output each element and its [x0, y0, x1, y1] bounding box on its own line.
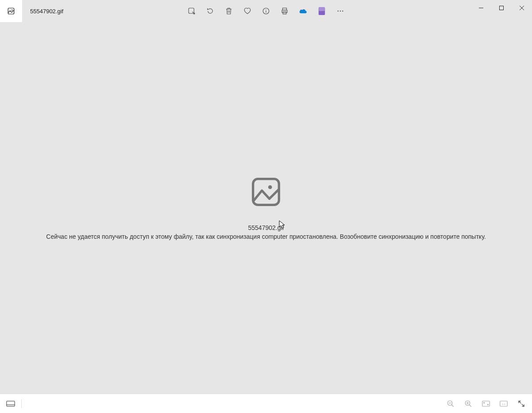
toolbar	[187, 7, 345, 15]
error-message: Сейчас не удается получить доступ к этом…	[46, 233, 486, 240]
close-button[interactable]	[512, 0, 532, 16]
fit-button[interactable]	[482, 399, 490, 408]
more-button[interactable]	[336, 7, 345, 15]
maximize-icon	[499, 5, 504, 11]
zoom-in-icon	[464, 400, 472, 408]
fullscreen-icon	[517, 400, 525, 408]
bottom-toolbar: 1:1	[0, 394, 532, 413]
app-icon-badge	[0, 0, 22, 22]
error-filename: 55547902.gif	[248, 224, 284, 231]
edit-button[interactable]	[187, 7, 196, 15]
info-button[interactable]	[262, 7, 270, 15]
window-controls	[471, 0, 532, 16]
close-icon	[519, 5, 524, 11]
photo-app-icon	[7, 7, 15, 15]
actual-size-icon: 1:1	[500, 401, 508, 407]
print-icon	[281, 7, 289, 15]
fit-icon	[482, 401, 490, 407]
info-icon	[262, 7, 270, 15]
trash-icon	[225, 7, 233, 15]
rotate-icon	[206, 7, 214, 15]
zoom-out-button[interactable]	[446, 399, 455, 408]
divider	[21, 399, 22, 408]
onedrive-button[interactable]	[299, 7, 308, 15]
minimize-button[interactable]	[471, 0, 491, 16]
print-button[interactable]	[280, 7, 289, 15]
filmstrip-button[interactable]	[6, 399, 15, 408]
clipchamp-button[interactable]	[317, 7, 326, 15]
svg-point-1	[12, 10, 12, 11]
svg-rect-16	[7, 401, 15, 406]
placeholder-image-icon	[250, 176, 282, 208]
rotate-button[interactable]	[206, 7, 215, 15]
svg-point-4	[266, 9, 266, 10]
filmstrip-icon	[6, 401, 15, 407]
image-placeholder	[250, 176, 282, 210]
minimize-icon	[478, 5, 484, 11]
onedrive-icon	[299, 8, 308, 14]
maximize-button[interactable]	[491, 0, 512, 16]
clipchamp-icon	[318, 7, 325, 15]
svg-text:1:1: 1:1	[502, 403, 505, 405]
svg-point-10	[338, 11, 339, 11]
svg-rect-5	[283, 8, 287, 10]
svg-point-15	[268, 185, 272, 189]
file-title: 55547902.gif	[30, 8, 63, 15]
svg-rect-13	[500, 6, 504, 10]
actual-size-button[interactable]: 1:1	[499, 399, 508, 408]
zoom-in-button[interactable]	[464, 399, 473, 408]
svg-point-12	[342, 11, 343, 11]
more-icon	[336, 7, 344, 15]
edit-icon	[188, 7, 196, 15]
svg-rect-19	[482, 401, 490, 406]
content-area: 55547902.gif Сейчас не удается получить …	[0, 22, 532, 394]
svg-point-11	[340, 11, 341, 11]
svg-rect-9	[319, 7, 325, 11]
titlebar: 55547902.gif	[0, 0, 532, 22]
zoom-out-icon	[447, 400, 455, 408]
favorite-button[interactable]	[243, 7, 252, 15]
fullscreen-button[interactable]	[517, 399, 526, 408]
delete-button[interactable]	[224, 7, 233, 15]
heart-icon	[243, 7, 251, 15]
